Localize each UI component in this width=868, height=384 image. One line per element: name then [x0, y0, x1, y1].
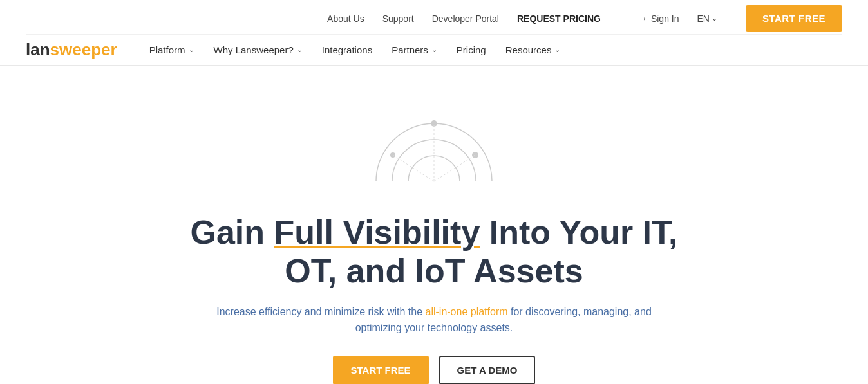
developer-portal-link[interactable]: Developer Portal: [432, 14, 499, 24]
support-link[interactable]: Support: [382, 14, 414, 24]
resources-label: Resources: [505, 44, 552, 55]
resources-chevron-icon: ⌄: [554, 46, 560, 54]
start-free-hero-button[interactable]: START FREE: [333, 356, 429, 384]
subtitle-highlight: all-in-one platform: [425, 306, 507, 317]
nav-why-lansweeper[interactable]: Why Lansweeper? ⌄: [214, 44, 303, 55]
hero-title: Gain Full Visibility Into Your IT, OT, a…: [176, 214, 692, 291]
start-free-button-top[interactable]: START FREE: [746, 5, 842, 32]
platform-chevron-icon: ⌄: [189, 46, 194, 54]
nav-platform[interactable]: Platform ⌄: [149, 44, 194, 55]
hero-subtitle: Increase efficiency and minimize risk wi…: [215, 304, 653, 336]
logo[interactable]: lansweeper: [26, 40, 117, 60]
partners-label: Partners: [392, 44, 428, 55]
about-us-link[interactable]: About Us: [327, 14, 364, 24]
hero-title-part1: Gain: [191, 214, 274, 251]
why-lansweeper-label: Why Lansweeper?: [214, 44, 294, 55]
subtitle-part1: Increase efficiency and minimize risk wi…: [216, 306, 425, 317]
sign-in-label: Sign In: [651, 14, 679, 24]
nav-divider: [619, 13, 619, 24]
get-demo-button[interactable]: GET A DEMO: [439, 356, 536, 384]
sign-in-icon: →: [637, 13, 648, 24]
partners-chevron-icon: ⌄: [431, 46, 437, 54]
nav-partners[interactable]: Partners ⌄: [392, 44, 437, 55]
logo-sweeper: sweeper: [50, 40, 117, 59]
language-chevron-icon: ⌄: [712, 14, 717, 23]
hero-cta-buttons: START FREE GET A DEMO: [333, 356, 536, 384]
logo-lan: lan: [26, 40, 50, 59]
integrations-label: Integrations: [322, 44, 372, 55]
language-label: EN: [697, 14, 709, 24]
hero-title-highlight: Full Visibility: [274, 214, 480, 251]
main-navigation: Platform ⌄ Why Lansweeper? ⌄ Integration…: [149, 44, 842, 55]
nav-resources[interactable]: Resources ⌄: [505, 44, 561, 55]
radar-diagram: [363, 85, 505, 201]
pricing-label: Pricing: [457, 44, 486, 55]
sign-in-link[interactable]: → Sign In: [637, 13, 679, 24]
hero-section: Gain Full Visibility Into Your IT, OT, a…: [0, 66, 868, 384]
nav-pricing[interactable]: Pricing: [457, 44, 486, 55]
why-lansweeper-chevron-icon: ⌄: [297, 46, 303, 54]
language-selector[interactable]: EN ⌄: [697, 14, 717, 24]
request-pricing-link[interactable]: REQUEST PRICING: [517, 14, 601, 24]
nav-integrations[interactable]: Integrations: [322, 44, 372, 55]
platform-label: Platform: [149, 44, 185, 55]
